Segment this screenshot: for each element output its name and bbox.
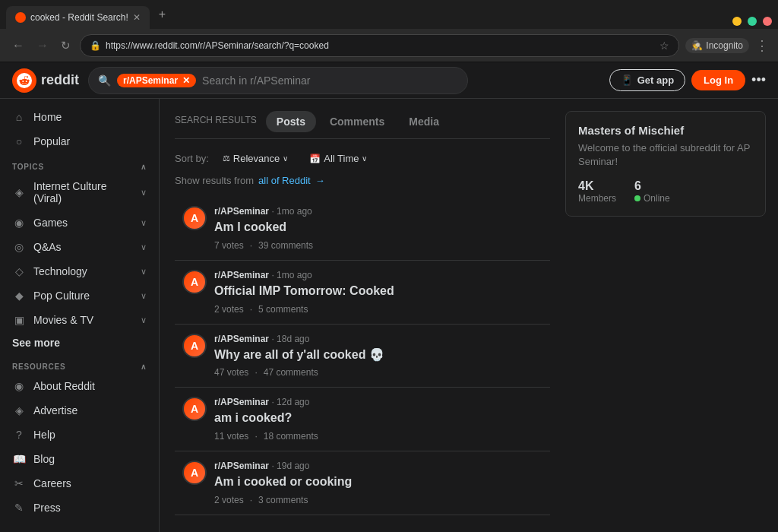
post-votes-2: 2 votes <box>214 304 244 315</box>
post-dot-stats-4: · <box>255 431 257 442</box>
post-comments-3: 47 comments <box>264 367 318 378</box>
post-item-5[interactable]: A r/APSeminar · 19d ago Am i cooked or c… <box>175 451 550 515</box>
sidebar-item-about-reddit[interactable]: ◉ About Reddit <box>0 374 159 398</box>
topics-collapse-icon[interactable]: ∧ <box>141 163 147 171</box>
sidebar-item-movies-tv[interactable]: ▣ Movies & TV ∨ <box>0 308 159 332</box>
post-item-1[interactable]: A r/APSeminar · 1mo ago Am I cooked 7 vo… <box>175 197 550 261</box>
back-button[interactable]: ← <box>9 36 27 55</box>
tab-title: cooked - Reddit Search! <box>30 12 128 23</box>
post-subreddit-3[interactable]: r/APSeminar <box>214 334 269 344</box>
movies-tv-icon: ▣ <box>12 314 26 326</box>
content-with-right: SEARCH RESULTS Posts Comments Media Sort… <box>160 99 778 532</box>
minimize-button[interactable] <box>732 17 742 26</box>
subreddit-pill-close[interactable]: ✕ <box>182 75 190 86</box>
chevron-down-icon-6: ∨ <box>141 315 147 325</box>
close-button[interactable] <box>763 17 772 26</box>
tab-posts-button[interactable]: Posts <box>266 111 316 132</box>
post-subreddit-4[interactable]: r/APSeminar <box>214 397 269 407</box>
forward-button[interactable]: → <box>33 36 52 55</box>
refresh-button[interactable]: ↻ <box>58 36 74 55</box>
post-comments-1: 39 comments <box>258 240 313 251</box>
address-bar-row: ← → ↻ 🔒 https://www.reddit.com/r/APSemin… <box>0 29 778 62</box>
post-stats-4: 11 votes · 18 comments <box>214 431 542 442</box>
sort-chevron-icon: ∨ <box>283 154 288 163</box>
reddit-alien-icon <box>17 73 32 88</box>
post-subreddit-2[interactable]: r/APSeminar <box>214 270 269 280</box>
browser-tab[interactable]: cooked - Reddit Search! ✕ <box>6 6 150 29</box>
sidebar-item-advertise[interactable]: ◈ Advertise <box>0 398 159 423</box>
post-subreddit-1[interactable]: r/APSeminar <box>214 206 269 217</box>
sidebar-item-internet-culture[interactable]: ◈ Internet Culture (Viral) ∨ <box>0 174 159 211</box>
post-comments-2: 5 comments <box>258 304 308 315</box>
post-item-3[interactable]: A r/APSeminar · 18d ago Why are all of y… <box>175 325 550 388</box>
post-stats-3: 47 votes · 47 comments <box>214 367 542 378</box>
post-avatar-3: A <box>182 334 207 358</box>
post-votes-4: 11 votes <box>214 431 248 442</box>
topics-section-label: TOPICS ∧ <box>0 154 159 174</box>
post-title-3: Why are all of y'all cooked 💀 <box>214 347 542 363</box>
post-dot-stats-5: · <box>250 495 252 505</box>
post-avatar-4: A <box>182 397 207 421</box>
sidebar-item-help-label: Help <box>33 429 55 441</box>
maximize-button[interactable] <box>748 17 757 26</box>
browser-menu-button[interactable]: ⋮ <box>755 37 769 54</box>
reddit-wordmark: reddit <box>41 72 79 88</box>
sidebar-item-careers[interactable]: ✂ Careers <box>0 471 159 496</box>
time-filter-button[interactable]: 📅 All Time ∨ <box>302 150 375 167</box>
sidebar-item-help[interactable]: ? Help <box>0 423 159 447</box>
home-icon: ⌂ <box>12 111 26 123</box>
tab-media-button[interactable]: Media <box>398 111 450 132</box>
sidebar-item-blog-label: Blog <box>33 453 55 465</box>
chevron-down-icon-2: ∨ <box>141 218 147 228</box>
search-bar[interactable]: 🔍 r/APSeminar ✕ Search in r/APSeminar <box>88 67 468 94</box>
post-item-2[interactable]: A r/APSeminar · 1mo ago Official IMP Tom… <box>175 261 550 325</box>
members-label: Members <box>578 193 616 204</box>
more-options-button[interactable]: ••• <box>751 72 766 88</box>
post-stats-5: 2 votes · 3 comments <box>214 495 542 505</box>
sidebar-item-press[interactable]: ✎ Press <box>0 496 159 520</box>
reddit-logo[interactable]: reddit <box>12 68 79 93</box>
new-tab-button[interactable]: + <box>153 5 172 24</box>
post-time-4: 12d ago <box>277 397 309 407</box>
sidebar-item-technology[interactable]: ◇ Technology ∨ <box>0 259 159 283</box>
subreddit-pill[interactable]: r/APSeminar ✕ <box>117 74 196 87</box>
community-card-desc: Welcome to the official subreddit for AP… <box>578 141 753 169</box>
search-icon: 🔍 <box>98 74 111 87</box>
post-dot-stats-1: · <box>250 240 252 251</box>
calendar-icon: 📅 <box>309 154 321 164</box>
bookmark-icon[interactable]: ☆ <box>659 40 669 52</box>
sidebar-item-home[interactable]: ⌂ Home <box>0 105 159 129</box>
sidebar-item-games[interactable]: ◉ Games ∨ <box>0 211 159 235</box>
incognito-badge: 🕵 Incognito <box>685 38 749 53</box>
blog-icon: 📖 <box>12 453 26 465</box>
login-button[interactable]: Log In <box>691 70 745 90</box>
sidebar-item-blog[interactable]: 📖 Blog <box>0 447 159 471</box>
resources-collapse-icon[interactable]: ∧ <box>141 363 147 371</box>
see-more-button[interactable]: See more <box>0 332 159 353</box>
all-of-reddit-link[interactable]: all of Reddit <box>258 175 311 186</box>
post-item-4[interactable]: A r/APSeminar · 12d ago am i cooked? 11 … <box>175 388 550 451</box>
sidebar-item-popular[interactable]: ○ Popular <box>0 129 159 154</box>
reddit-icon <box>12 68 36 93</box>
get-app-button[interactable]: 📱 Get app <box>609 69 685 91</box>
incognito-label: Incognito <box>706 40 743 51</box>
sidebar-item-technology-label: Technology <box>33 265 133 277</box>
sidebar-item-careers-label: Careers <box>33 477 71 489</box>
online-stat: 6 Online <box>634 179 670 204</box>
address-bar[interactable]: 🔒 https://www.reddit.com/r/APSeminar/sea… <box>80 34 679 57</box>
subreddit-pill-label: r/APSeminar <box>123 75 178 86</box>
tab-bar: cooked - Reddit Search! ✕ + <box>0 0 778 29</box>
sidebar-item-pop-culture[interactable]: ◆ Pop Culture ∨ <box>0 283 159 308</box>
post-time-1: 1mo ago <box>277 206 312 217</box>
post-subreddit-5[interactable]: r/APSeminar <box>214 461 269 471</box>
sidebar-item-movies-tv-label: Movies & TV <box>33 314 133 326</box>
tab-close-icon[interactable]: ✕ <box>133 12 141 23</box>
sidebar-item-qas[interactable]: ◎ Q&As ∨ <box>0 235 159 259</box>
online-dot <box>634 195 640 201</box>
right-panel: Masters of Mischief Welcome to the offic… <box>565 99 778 532</box>
games-icon: ◉ <box>12 217 26 229</box>
tab-comments-button[interactable]: Comments <box>319 111 395 132</box>
sort-relevance-button[interactable]: ⚖ Relevance ∨ <box>215 150 296 167</box>
technology-icon: ◇ <box>12 265 26 277</box>
show-results-from: Show results from all of Reddit → <box>175 175 550 186</box>
